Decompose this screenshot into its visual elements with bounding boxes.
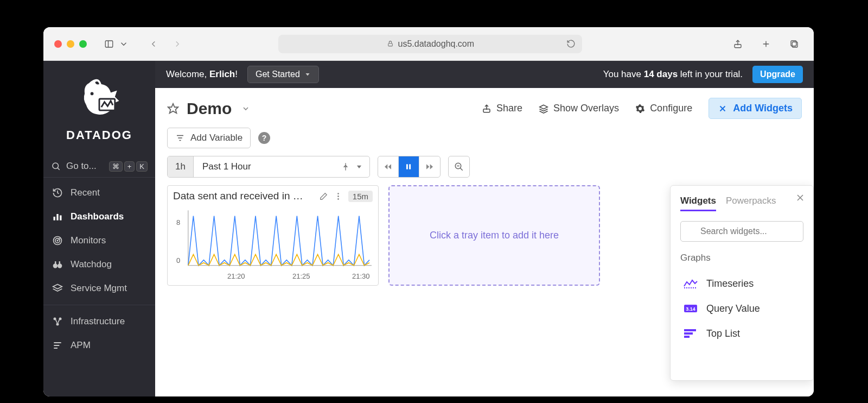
sidebar-item-label: Watchdog [71,259,112,270]
rewind-button[interactable] [378,156,399,177]
sidebar-item-service-mgmt[interactable]: Service Mgmt [43,276,155,300]
add-widgets-button[interactable]: Add Widgets [709,98,802,119]
widget-card[interactable]: Data sent and received in … 15m 8 0 21:2… [167,185,379,286]
goto-label: Go to... [66,161,104,172]
close-tray-button[interactable] [795,192,806,206]
svg-marker-40 [385,164,387,169]
back-button[interactable] [145,36,162,52]
tray-item-timeseries[interactable]: Timeseries [680,271,803,296]
lock-icon [387,40,394,47]
chevron-down-icon[interactable] [355,163,363,171]
forward-button[interactable] [169,36,186,52]
sidebar-separator [43,305,155,305]
tray-item-top-list[interactable]: Top List [680,321,803,346]
pin-icon[interactable] [341,162,350,171]
sidebar-dropdown-icon[interactable] [119,36,129,52]
tray-section-header: Graphs [680,253,803,263]
sidebar-item-recent[interactable]: Recent [43,181,155,205]
share-page-icon[interactable] [729,36,746,52]
gear-icon [635,104,645,114]
sidebar-item-label: Monitors [71,235,106,246]
configure-button[interactable]: Configure [635,103,692,114]
sidebar-toggle-icon[interactable] [100,36,118,52]
new-tab-icon[interactable] [757,36,775,52]
svg-line-11 [58,168,60,170]
get-started-button[interactable]: Get Started [247,66,319,83]
share-button[interactable]: Share [482,103,522,114]
widget-tray: Widgets Powerpacks Graphs Timeseries [670,185,814,381]
keyboard-shortcut: ⌘+K [109,161,148,172]
time-label: Past 1 Hour [194,161,335,172]
brand-text: DATADOG [66,128,132,142]
sidebar-item-infrastructure[interactable]: Infrastructure [43,310,155,333]
pause-button[interactable] [399,156,419,177]
dashboard-icon [52,211,63,222]
sidebar-item-apm[interactable]: APM [43,333,155,357]
tray-tab-widgets[interactable]: Widgets [680,196,716,211]
forward-play-button[interactable] [419,156,440,177]
widget-drop-zone[interactable]: Click a tray item to add it here [388,185,600,286]
binoculars-icon [52,259,63,270]
widget-search-input[interactable] [680,221,803,242]
zoom-out-button[interactable] [448,156,470,178]
widget-title: Data sent and received in … [173,190,314,202]
welcome-text: Welcome, Erlich! [166,69,238,80]
url-text: us5.datadoghq.com [398,39,475,49]
share-icon [482,104,492,114]
kebab-menu-icon[interactable] [334,192,343,201]
tabs-overview-icon[interactable] [786,36,803,52]
sidebar-item-dashboards[interactable]: Dashboards [43,205,155,229]
app-root: DATADOG Go to... ⌘+K Recent Dashboards [43,61,814,396]
tray-item-query-value[interactable]: 3.14 Query Value [680,296,803,321]
svg-rect-20 [55,261,56,264]
browser-toolbar: us5.datadoghq.com [43,27,814,61]
time-row: 1h Past 1 Hour [155,156,814,185]
close-icon [718,104,727,114]
svg-line-47 [460,168,463,171]
time-short: 1h [168,156,194,177]
svg-rect-13 [56,214,58,221]
sidebar-item-watchdog[interactable]: Watchdog [43,253,155,276]
help-icon[interactable]: ? [258,132,270,144]
timeseries-icon [684,278,698,289]
dashboard-canvas: Data sent and received in … 15m 8 0 21:2… [155,185,814,396]
add-variable-button[interactable]: Add Variable [167,128,251,148]
history-icon [52,187,63,198]
chart: 8 0 21:20 21:25 21:30 [173,204,373,280]
svg-rect-6 [792,42,797,47]
svg-rect-0 [105,41,113,47]
maximize-window-button[interactable] [79,40,87,48]
overlays-icon [539,104,548,114]
star-icon[interactable] [167,103,179,115]
svg-point-49 [337,193,339,194]
sidebar-item-monitors[interactable]: Monitors [43,229,155,253]
svg-point-18 [53,263,58,268]
edit-icon[interactable] [319,192,328,201]
widget-time-badge: 15m [348,191,373,202]
svg-point-17 [57,240,58,241]
sidebar-item-label: APM [71,340,91,351]
svg-rect-60 [684,332,693,335]
svg-point-19 [58,263,62,268]
network-icon [52,316,63,327]
chevron-down-icon[interactable] [241,104,250,113]
show-overlays-button[interactable]: Show Overlays [539,103,619,114]
brand-logo[interactable]: DATADOG [43,66,155,152]
svg-rect-21 [59,261,61,264]
close-window-button[interactable] [54,40,62,48]
reload-icon[interactable] [566,39,576,48]
svg-marker-45 [430,164,433,169]
svg-point-8 [91,92,94,96]
url-bar[interactable]: us5.datadoghq.com [278,35,582,53]
svg-marker-39 [357,166,361,168]
svg-rect-61 [684,336,690,338]
time-picker[interactable]: 1h Past 1 Hour [167,156,370,178]
svg-marker-22 [53,285,62,289]
minimize-window-button[interactable] [67,40,74,48]
top-list-icon [684,328,698,339]
welcome-bar: Welcome, Erlich! Get Started You have 14… [155,61,814,88]
upgrade-button[interactable]: Upgrade [752,66,803,83]
goto-search[interactable]: Go to... ⌘+K [43,155,155,178]
tray-tab-powerpacks[interactable]: Powerpacks [726,196,776,211]
svg-marker-44 [426,164,429,169]
